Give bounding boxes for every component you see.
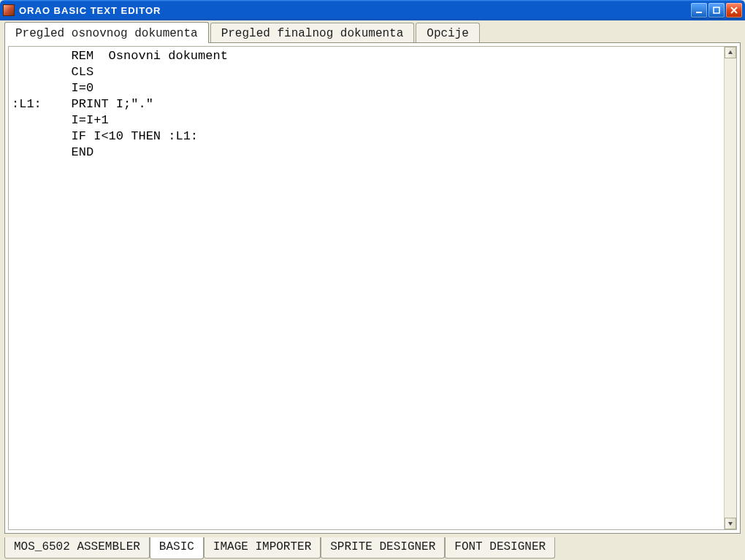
tab-label: FONT DESIGNER (454, 540, 546, 553)
tab-label: MOS_6502 ASSEMBLER (14, 540, 140, 553)
tab-pregled-osnovnog[interactable]: Pregled osnovnog dokumenta (4, 22, 209, 43)
bottom-tab-bar: MOS_6502 ASSEMBLER BASIC IMAGE IMPORTER … (0, 538, 745, 560)
main-content: Pregled osnovnog dokumenta Pregled final… (0, 20, 745, 538)
window-controls (691, 3, 742, 18)
scroll-up-arrow-icon[interactable] (725, 47, 736, 58)
tab-assembler[interactable]: MOS_6502 ASSEMBLER (4, 537, 150, 559)
vertical-scrollbar[interactable] (724, 47, 736, 529)
scroll-down-arrow-icon[interactable] (725, 518, 736, 529)
tab-label: Opcije (427, 27, 469, 40)
code-text: REM Osnovni dokument CLS I=0 :L1: PRINT … (9, 47, 736, 162)
tab-font-designer[interactable]: FONT DESIGNER (445, 537, 555, 559)
tab-basic[interactable]: BASIC (150, 537, 204, 559)
tab-label: Pregled finalnog dokumenta (221, 27, 404, 40)
minimize-button[interactable] (691, 3, 707, 18)
top-tab-bar: Pregled osnovnog dokumenta Pregled final… (4, 22, 741, 42)
tab-label: BASIC (159, 540, 194, 553)
app-icon (3, 4, 15, 16)
tab-label: SPRITE DESIGNER (330, 540, 435, 553)
editor-frame: REM Osnovni dokument CLS I=0 :L1: PRINT … (4, 42, 741, 534)
code-editor[interactable]: REM Osnovni dokument CLS I=0 :L1: PRINT … (8, 46, 737, 530)
tab-opcije[interactable]: Opcije (416, 23, 480, 43)
tab-label: IMAGE IMPORTER (213, 540, 311, 553)
tab-pregled-finalnog[interactable]: Pregled finalnog dokumenta (210, 23, 415, 43)
svg-rect-0 (696, 12, 702, 13)
close-button[interactable] (726, 3, 742, 18)
tab-image-importer[interactable]: IMAGE IMPORTER (204, 537, 321, 559)
svg-rect-1 (714, 7, 719, 13)
tab-sprite-designer[interactable]: SPRITE DESIGNER (321, 537, 445, 559)
tab-label: Pregled osnovnog dokumenta (15, 27, 198, 40)
window-title: ORAO BASIC TEXT EDITOR (19, 5, 691, 16)
maximize-button[interactable] (708, 3, 725, 18)
window-titlebar: ORAO BASIC TEXT EDITOR (0, 0, 745, 20)
